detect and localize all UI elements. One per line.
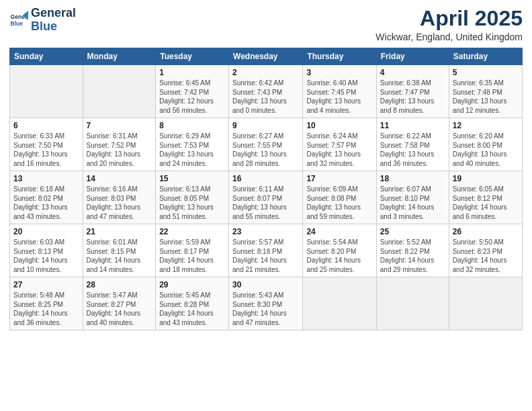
day-info: Sunrise: 6:33 AM Sunset: 7:50 PM Dayligh… xyxy=(13,132,79,168)
calendar-cell: 22Sunrise: 5:59 AM Sunset: 8:17 PM Dayli… xyxy=(156,224,229,277)
calendar-day-header: Sunday xyxy=(10,48,83,65)
day-info: Sunrise: 6:05 AM Sunset: 8:12 PM Dayligh… xyxy=(453,185,519,221)
day-info: Sunrise: 6:13 AM Sunset: 8:05 PM Dayligh… xyxy=(159,185,225,221)
calendar-week-row: 27Sunrise: 5:48 AM Sunset: 8:25 PM Dayli… xyxy=(10,277,523,330)
calendar-cell: 24Sunrise: 5:54 AM Sunset: 8:20 PM Dayli… xyxy=(303,224,376,277)
day-info: Sunrise: 6:38 AM Sunset: 7:47 PM Dayligh… xyxy=(380,79,445,115)
calendar-header-row: SundayMondayTuesdayWednesdayThursdayFrid… xyxy=(10,48,523,65)
calendar-cell: 17Sunrise: 6:09 AM Sunset: 8:08 PM Dayli… xyxy=(303,171,376,224)
day-info: Sunrise: 6:18 AM Sunset: 8:02 PM Dayligh… xyxy=(13,185,79,221)
day-number: 21 xyxy=(87,227,152,236)
calendar-cell: 25Sunrise: 5:52 AM Sunset: 8:22 PM Dayli… xyxy=(376,224,449,277)
day-number: 14 xyxy=(87,174,152,183)
day-info: Sunrise: 6:29 AM Sunset: 7:53 PM Dayligh… xyxy=(159,132,225,168)
logo: General Blue General Blue xyxy=(9,7,76,34)
day-number: 8 xyxy=(159,121,225,130)
day-number: 6 xyxy=(13,121,79,130)
day-number: 7 xyxy=(87,121,152,130)
calendar-cell: 6Sunrise: 6:33 AM Sunset: 7:50 PM Daylig… xyxy=(10,118,83,171)
day-info: Sunrise: 6:24 AM Sunset: 7:57 PM Dayligh… xyxy=(306,132,372,168)
logo-icon: General Blue xyxy=(9,11,28,30)
day-info: Sunrise: 6:40 AM Sunset: 7:45 PM Dayligh… xyxy=(306,79,372,115)
calendar-cell xyxy=(376,277,449,330)
day-info: Sunrise: 5:47 AM Sunset: 8:27 PM Dayligh… xyxy=(87,291,152,327)
calendar-cell: 3Sunrise: 6:40 AM Sunset: 7:45 PM Daylig… xyxy=(303,65,376,118)
day-number: 1 xyxy=(159,68,225,77)
day-number: 5 xyxy=(453,68,519,77)
day-number: 30 xyxy=(232,280,299,289)
calendar-cell: 28Sunrise: 5:47 AM Sunset: 8:27 PM Dayli… xyxy=(83,277,156,330)
day-number: 17 xyxy=(306,174,372,183)
calendar-cell: 21Sunrise: 6:01 AM Sunset: 8:15 PM Dayli… xyxy=(83,224,156,277)
calendar-day-header: Saturday xyxy=(449,48,522,65)
day-info: Sunrise: 6:22 AM Sunset: 7:58 PM Dayligh… xyxy=(380,132,445,168)
calendar-cell: 20Sunrise: 6:03 AM Sunset: 8:13 PM Dayli… xyxy=(10,224,83,277)
title-block: April 2025 Wickwar, England, United King… xyxy=(375,7,523,42)
main-title: April 2025 xyxy=(375,7,523,30)
day-number: 20 xyxy=(13,227,79,236)
day-number: 4 xyxy=(380,68,445,77)
day-info: Sunrise: 5:45 AM Sunset: 8:28 PM Dayligh… xyxy=(159,291,225,327)
day-number: 12 xyxy=(453,121,519,130)
day-info: Sunrise: 6:16 AM Sunset: 8:03 PM Dayligh… xyxy=(87,185,152,221)
calendar-cell: 30Sunrise: 5:43 AM Sunset: 8:30 PM Dayli… xyxy=(229,277,303,330)
day-number: 29 xyxy=(159,280,225,289)
day-info: Sunrise: 6:35 AM Sunset: 7:48 PM Dayligh… xyxy=(453,79,519,115)
day-number: 18 xyxy=(380,174,445,183)
day-info: Sunrise: 6:11 AM Sunset: 8:07 PM Dayligh… xyxy=(232,185,299,221)
day-number: 16 xyxy=(232,174,299,183)
day-number: 15 xyxy=(159,174,225,183)
logo-text: General Blue xyxy=(31,7,76,34)
calendar-cell: 13Sunrise: 6:18 AM Sunset: 8:02 PM Dayli… xyxy=(10,171,83,224)
calendar-week-row: 6Sunrise: 6:33 AM Sunset: 7:50 PM Daylig… xyxy=(10,118,523,171)
day-number: 24 xyxy=(306,227,372,236)
svg-text:Blue: Blue xyxy=(11,20,24,27)
calendar-cell xyxy=(303,277,376,330)
calendar-cell: 4Sunrise: 6:38 AM Sunset: 7:47 PM Daylig… xyxy=(376,65,449,118)
day-info: Sunrise: 5:52 AM Sunset: 8:22 PM Dayligh… xyxy=(380,238,445,274)
day-number: 23 xyxy=(232,227,299,236)
day-number: 3 xyxy=(306,68,372,77)
day-number: 2 xyxy=(232,68,299,77)
calendar-cell: 27Sunrise: 5:48 AM Sunset: 8:25 PM Dayli… xyxy=(10,277,83,330)
day-info: Sunrise: 6:42 AM Sunset: 7:43 PM Dayligh… xyxy=(232,79,299,115)
calendar-cell: 9Sunrise: 6:27 AM Sunset: 7:55 PM Daylig… xyxy=(229,118,303,171)
calendar-cell: 29Sunrise: 5:45 AM Sunset: 8:28 PM Dayli… xyxy=(156,277,229,330)
calendar-day-header: Tuesday xyxy=(156,48,229,65)
day-number: 13 xyxy=(13,174,79,183)
day-number: 9 xyxy=(232,121,299,130)
day-info: Sunrise: 6:20 AM Sunset: 8:00 PM Dayligh… xyxy=(453,132,519,168)
calendar-cell xyxy=(10,65,83,118)
day-info: Sunrise: 6:01 AM Sunset: 8:15 PM Dayligh… xyxy=(87,238,152,274)
calendar-cell: 7Sunrise: 6:31 AM Sunset: 7:52 PM Daylig… xyxy=(83,118,156,171)
header: General Blue General Blue April 2025 Wic… xyxy=(9,7,523,42)
day-info: Sunrise: 5:48 AM Sunset: 8:25 PM Dayligh… xyxy=(13,291,79,327)
calendar-cell: 23Sunrise: 5:57 AM Sunset: 8:18 PM Dayli… xyxy=(229,224,303,277)
day-info: Sunrise: 5:57 AM Sunset: 8:18 PM Dayligh… xyxy=(232,238,299,274)
calendar-day-header: Thursday xyxy=(303,48,376,65)
calendar-day-header: Wednesday xyxy=(229,48,303,65)
day-info: Sunrise: 5:43 AM Sunset: 8:30 PM Dayligh… xyxy=(232,291,299,327)
calendar-cell: 16Sunrise: 6:11 AM Sunset: 8:07 PM Dayli… xyxy=(229,171,303,224)
day-number: 28 xyxy=(87,280,152,289)
day-info: Sunrise: 5:59 AM Sunset: 8:17 PM Dayligh… xyxy=(159,238,225,274)
day-info: Sunrise: 6:07 AM Sunset: 8:10 PM Dayligh… xyxy=(380,185,445,221)
calendar-week-row: 1Sunrise: 6:45 AM Sunset: 7:42 PM Daylig… xyxy=(10,65,523,118)
calendar-cell: 8Sunrise: 6:29 AM Sunset: 7:53 PM Daylig… xyxy=(156,118,229,171)
day-info: Sunrise: 5:50 AM Sunset: 8:23 PM Dayligh… xyxy=(453,238,519,274)
day-info: Sunrise: 6:03 AM Sunset: 8:13 PM Dayligh… xyxy=(13,238,79,274)
calendar-cell xyxy=(83,65,156,118)
day-number: 10 xyxy=(306,121,372,130)
calendar-cell: 14Sunrise: 6:16 AM Sunset: 8:03 PM Dayli… xyxy=(83,171,156,224)
calendar-cell: 10Sunrise: 6:24 AM Sunset: 7:57 PM Dayli… xyxy=(303,118,376,171)
day-number: 22 xyxy=(159,227,225,236)
day-info: Sunrise: 5:54 AM Sunset: 8:20 PM Dayligh… xyxy=(306,238,372,274)
calendar: SundayMondayTuesdayWednesdayThursdayFrid… xyxy=(9,48,523,330)
day-info: Sunrise: 6:27 AM Sunset: 7:55 PM Dayligh… xyxy=(232,132,299,168)
calendar-cell: 18Sunrise: 6:07 AM Sunset: 8:10 PM Dayli… xyxy=(376,171,449,224)
day-number: 19 xyxy=(453,174,519,183)
calendar-cell: 15Sunrise: 6:13 AM Sunset: 8:05 PM Dayli… xyxy=(156,171,229,224)
day-number: 27 xyxy=(13,280,79,289)
day-number: 25 xyxy=(380,227,445,236)
calendar-week-row: 20Sunrise: 6:03 AM Sunset: 8:13 PM Dayli… xyxy=(10,224,523,277)
